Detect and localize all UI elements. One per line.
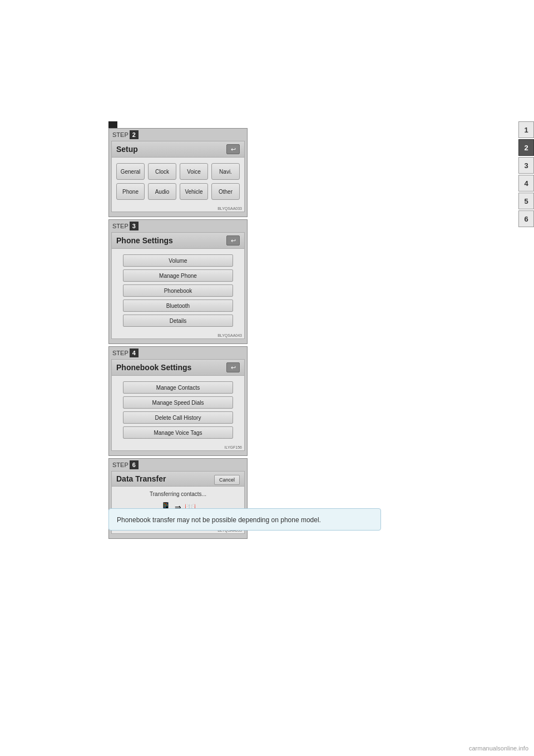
step4-title: Phonebook Settings (116, 363, 191, 372)
step6-label: STEP (112, 462, 128, 468)
step2-panel: Setup General Clock Voice Navi. Phone Au… (111, 141, 245, 212)
setup-other-button[interactable]: Other (211, 183, 240, 200)
setup-general-button[interactable]: General (116, 163, 145, 180)
setup-voice-button[interactable]: Voice (180, 163, 208, 180)
phonebook-manage-contacts-button[interactable]: Manage Contacts (123, 381, 233, 394)
step2-label: STEP (112, 131, 128, 138)
step3-title-bar: Phone Settings (112, 233, 244, 249)
phonebook-manage-speed-dials-button[interactable]: Manage Speed Dials (123, 396, 233, 409)
info-text: Phonebook transfer may not be possible d… (117, 516, 321, 524)
step2-title-bar: Setup (112, 141, 244, 158)
setup-phone-button[interactable]: Phone (116, 183, 145, 200)
step4-code: ILYGF156 (112, 444, 244, 450)
step4-header: STEP 4 (109, 347, 247, 359)
step4-number: 4 (130, 348, 139, 357)
step6-header: STEP 6 (109, 459, 247, 471)
info-box: Phonebook transfer may not be possible d… (108, 508, 381, 531)
step3-label: STEP (112, 223, 128, 229)
tab-4[interactable]: 4 (518, 175, 534, 192)
step3-back-button[interactable] (226, 235, 240, 246)
step4-screen: STEP 4 Phonebook Settings Manage Contact… (108, 346, 248, 456)
step4-panel: Phonebook Settings Manage Contacts Manag… (111, 359, 245, 451)
tab-6[interactable]: 6 (518, 210, 534, 227)
tab-5[interactable]: 5 (518, 193, 534, 209)
step2-header: STEP 2 (109, 129, 247, 141)
screens-area: STEP 2 Setup General Clock Voice Navi. P… (108, 128, 248, 541)
phone-details-button[interactable]: Details (123, 315, 233, 327)
step4-back-button[interactable] (226, 362, 240, 372)
step2-button-grid: General Clock Voice Navi. Phone Audio Ve… (112, 158, 244, 205)
phonebook-delete-call-history-button[interactable]: Delete Call History (123, 411, 233, 424)
watermark: carmanualsonline.info (469, 745, 528, 752)
tab-3[interactable]: 3 (518, 157, 534, 174)
tab-2[interactable]: 2 (518, 139, 534, 156)
page: 1 2 3 4 5 6 STEP 2 Setup General Clock V… (0, 0, 534, 756)
step2-screen: STEP 2 Setup General Clock Voice Navi. P… (108, 128, 248, 217)
step2-title: Setup (116, 145, 138, 154)
step3-header: STEP 3 (109, 220, 247, 232)
step3-code: BLYQSAA043 (112, 332, 244, 338)
phone-phonebook-button[interactable]: Phonebook (123, 284, 233, 297)
phonebook-manage-voice-tags-button[interactable]: Manage Voice Tags (123, 426, 233, 439)
step4-button-list: Manage Contacts Manage Speed Dials Delet… (112, 376, 244, 444)
setup-clock-button[interactable]: Clock (148, 163, 176, 180)
step6-title: Data Transfer (116, 474, 166, 483)
step4-title-bar: Phonebook Settings (112, 360, 244, 376)
step3-title: Phone Settings (116, 236, 173, 245)
setup-audio-button[interactable]: Audio (148, 183, 176, 200)
setup-navi-button[interactable]: Navi. (211, 163, 240, 180)
step3-number: 3 (130, 222, 139, 230)
tab-1[interactable]: 1 (518, 121, 534, 138)
phone-bluetooth-button[interactable]: Bluetooth (123, 300, 233, 312)
step2-number: 2 (130, 130, 139, 139)
step3-panel: Phone Settings Volume Manage Phone Phone… (111, 232, 245, 339)
step6-title-bar: Data Transfer Cancel (112, 472, 244, 487)
step3-button-list: Volume Manage Phone Phonebook Bluetooth … (112, 249, 244, 332)
phone-volume-button[interactable]: Volume (123, 254, 233, 267)
step2-back-button[interactable] (226, 144, 240, 154)
setup-vehicle-button[interactable]: Vehicle (180, 183, 208, 200)
step2-code: BLYQSAA033 (112, 205, 244, 212)
step6-number: 6 (130, 460, 139, 469)
side-tabs: 1 2 3 4 5 6 (518, 121, 534, 227)
transferring-text: Transferring contacts... (117, 491, 239, 497)
phone-manage-phone-button[interactable]: Manage Phone (123, 269, 233, 282)
step4-label: STEP (112, 350, 128, 356)
step3-screen: STEP 3 Phone Settings Volume Manage Phon… (108, 219, 248, 344)
step6-cancel-button[interactable]: Cancel (214, 475, 240, 485)
